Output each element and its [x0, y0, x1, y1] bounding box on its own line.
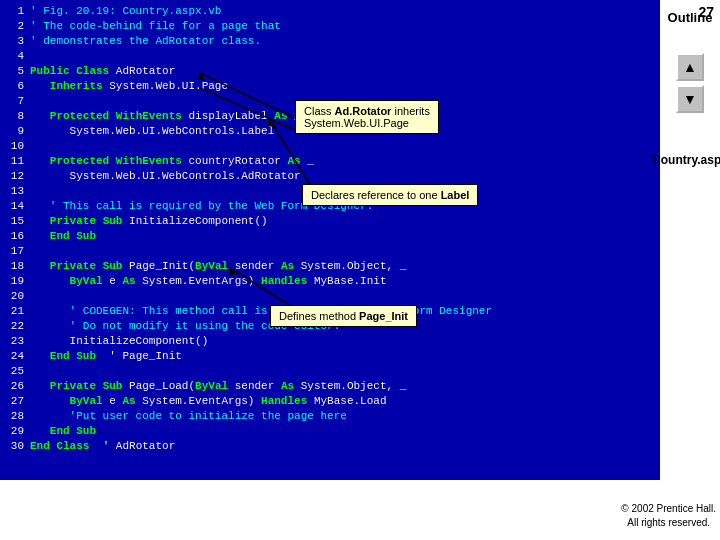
- line-code: End Class ' AdRotator: [30, 439, 175, 454]
- line-code: Inherits System.Web.UI.Page: [30, 79, 228, 94]
- line-number: 20: [6, 289, 24, 304]
- code-line: 19 ByVal e As System.EventArgs) Handles …: [6, 274, 654, 289]
- tooltip-declares-text: Declares reference to one: [311, 189, 441, 201]
- line-number: 15: [6, 214, 24, 229]
- line-number: 10: [6, 139, 24, 154]
- tooltip-line2: System.Web.UI.Page: [304, 117, 409, 129]
- tooltip-pageinit-bold: Page_Init: [359, 310, 408, 322]
- line-number: 7: [6, 94, 24, 109]
- nav-down-button[interactable]: ▼: [676, 85, 704, 113]
- line-code: 'Put user code to initialize the page he…: [30, 409, 347, 424]
- line-number: 23: [6, 334, 24, 349]
- code-line: 17: [6, 244, 654, 259]
- line-code: Protected WithEvents displayLabel As _: [30, 109, 301, 124]
- code-line: 2' The code-behind file for a page that: [6, 19, 654, 34]
- code-line: 23 InitializeComponent(): [6, 334, 654, 349]
- code-line: 28 'Put user code to initialize the page…: [6, 409, 654, 424]
- line-number: 14: [6, 199, 24, 214]
- line-number: 5: [6, 64, 24, 79]
- code-line: 24 End Sub ' Page_Init: [6, 349, 654, 364]
- line-code: InitializeComponent(): [30, 334, 208, 349]
- code-line: 27 ByVal e As System.EventArgs) Handles …: [6, 394, 654, 409]
- copyright-text: © 2002 Prentice Hall.All rights reserved…: [621, 502, 716, 530]
- line-code: Public Class AdRotator: [30, 64, 175, 79]
- code-line: 16 End Sub: [6, 229, 654, 244]
- line-code: Private Sub Page_Load(ByVal sender As Sy…: [30, 379, 406, 394]
- line-number: 2: [6, 19, 24, 34]
- line-code: System.Web.UI.WebControls.AdRotator: [30, 169, 301, 184]
- line-number: 13: [6, 184, 24, 199]
- line-number: 22: [6, 319, 24, 334]
- line-number: 11: [6, 154, 24, 169]
- line-code: Private Sub InitializeComponent(): [30, 214, 268, 229]
- line-number: 12: [6, 169, 24, 184]
- line-code: ' The code-behind file for a page that: [30, 19, 281, 34]
- code-line: 25: [6, 364, 654, 379]
- line-number: 21: [6, 304, 24, 319]
- line-number: 16: [6, 229, 24, 244]
- line-code: ' Fig. 20.19: Country.aspx.vb: [30, 4, 221, 19]
- line-number: 4: [6, 49, 24, 64]
- tooltip-pageinit-text: Defines method: [279, 310, 359, 322]
- line-number: 9: [6, 124, 24, 139]
- tooltip-label: Declares reference to one Label: [302, 184, 478, 206]
- tooltip-pageinit: Defines method Page_Init: [270, 305, 417, 327]
- line-number: 27: [6, 394, 24, 409]
- code-line: 10: [6, 139, 654, 154]
- code-line: 4: [6, 49, 654, 64]
- code-line: 6 Inherits System.Web.UI.Page: [6, 79, 654, 94]
- line-code: End Sub: [30, 424, 96, 439]
- code-editor: 1' Fig. 20.19: Country.aspx.vb2' The cod…: [0, 0, 660, 480]
- line-code: Private Sub Page_Init(ByVal sender As Sy…: [30, 259, 406, 274]
- code-line: 1' Fig. 20.19: Country.aspx.vb: [6, 4, 654, 19]
- code-line: 20: [6, 289, 654, 304]
- line-number: 1: [6, 4, 24, 19]
- line-code: ' CODEGEN: This method call is required …: [30, 304, 492, 319]
- line-number: 30: [6, 439, 24, 454]
- line-number: 19: [6, 274, 24, 289]
- line-number: 29: [6, 424, 24, 439]
- tooltip-label-bold: Label: [441, 189, 470, 201]
- nav-up-button[interactable]: ▲: [676, 53, 704, 81]
- country-label: Country.aspx: [652, 153, 720, 167]
- page-number: 27: [698, 4, 714, 20]
- line-code: Protected WithEvents countryRotator As _: [30, 154, 314, 169]
- line-code: End Sub ' Page_Init: [30, 349, 182, 364]
- line-number: 24: [6, 349, 24, 364]
- code-line: 29 End Sub: [6, 424, 654, 439]
- tooltip-adrotator: Class Ad.Rotator inherits System.Web.UI.…: [295, 100, 439, 134]
- tooltip-bold1: Ad.Rotator: [335, 105, 392, 117]
- line-number: 17: [6, 244, 24, 259]
- line-code: ' demonstrates the AdRotator class.: [30, 34, 261, 49]
- tooltip-text1: Class: [304, 105, 335, 117]
- code-line: 11 Protected WithEvents countryRotator A…: [6, 154, 654, 169]
- tooltip-text2: inherits: [391, 105, 430, 117]
- line-number: 3: [6, 34, 24, 49]
- code-line: 26 Private Sub Page_Load(ByVal sender As…: [6, 379, 654, 394]
- code-line: 15 Private Sub InitializeComponent(): [6, 214, 654, 229]
- line-code: ByVal e As System.EventArgs) Handles MyB…: [30, 394, 387, 409]
- right-panel: 27 Outline ▲ ▼ Country.aspx: [660, 0, 720, 540]
- line-number: 6: [6, 79, 24, 94]
- line-number: 18: [6, 259, 24, 274]
- code-line: 12 System.Web.UI.WebControls.AdRotator: [6, 169, 654, 184]
- code-line: 3' demonstrates the AdRotator class.: [6, 34, 654, 49]
- code-line: 5Public Class AdRotator: [6, 64, 654, 79]
- line-number: 8: [6, 109, 24, 124]
- line-code: End Sub: [30, 229, 96, 244]
- code-line: 30End Class ' AdRotator: [6, 439, 654, 454]
- line-code: ByVal e As System.EventArgs) Handles MyB…: [30, 274, 387, 289]
- code-line: 18 Private Sub Page_Init(ByVal sender As…: [6, 259, 654, 274]
- line-number: 25: [6, 364, 24, 379]
- line-code: System.Web.UI.WebControls.Label: [30, 124, 274, 139]
- line-number: 28: [6, 409, 24, 424]
- line-number: 26: [6, 379, 24, 394]
